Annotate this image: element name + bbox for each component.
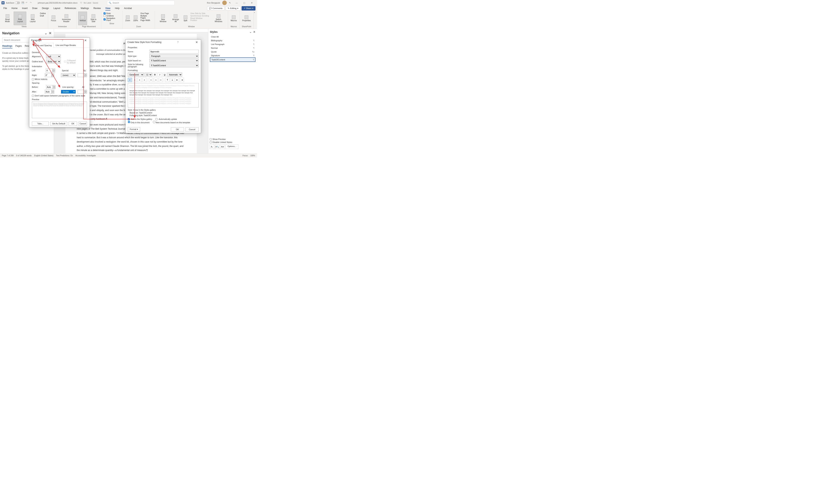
draft-button[interactable]: Draft [40, 15, 46, 17]
tab-references[interactable]: References [63, 6, 78, 10]
italic-button[interactable]: I [158, 73, 162, 77]
accessibility-status[interactable]: Accessibility: Investigate [75, 155, 96, 157]
page-status[interactable]: Page 7 of 289 [2, 155, 14, 157]
align-center-button[interactable]: ≡ [133, 78, 137, 82]
help-icon[interactable]: ? [62, 39, 63, 42]
print-layout-button[interactable]: Print Layout [14, 12, 26, 25]
format-dropdown-button[interactable]: Format ▾ [128, 127, 140, 131]
style-cancel-button[interactable]: Cancel [185, 127, 199, 131]
tab-layout[interactable]: Layout [52, 6, 62, 10]
style-quote[interactable]: Quote¶a [210, 50, 255, 54]
style-task03content[interactable]: Task03Content¶ [210, 57, 255, 62]
nav-pane-checkbox[interactable]: Navigation Pane [104, 17, 120, 21]
switch-windows-button[interactable]: Switch Windows [211, 12, 226, 25]
search-box[interactable]: 🔍 Search [107, 1, 175, 5]
share-button[interactable]: ↗ Share ▾ [242, 6, 255, 11]
tab-design[interactable]: Design [40, 6, 51, 10]
multiple-pages-button[interactable]: Multiple Pages [140, 15, 153, 19]
save-icon[interactable]: 💾 [22, 2, 24, 4]
new-style-button[interactable]: A₊ [210, 144, 214, 149]
side-to-side-button[interactable]: Side to Side [87, 12, 100, 25]
tab-mailings[interactable]: Mailings [79, 6, 91, 10]
tab-help[interactable]: Help [113, 6, 122, 10]
maximize-button[interactable]: ▢ [240, 0, 248, 6]
avatar[interactable] [222, 1, 227, 5]
focus-button[interactable]: Focus [50, 12, 57, 25]
color-select[interactable]: Automatic [167, 73, 182, 77]
redo-icon[interactable]: ↷ [30, 2, 32, 4]
immersive-reader-button[interactable]: Immersive Reader [58, 12, 75, 25]
one-page-button[interactable]: One Page [140, 12, 153, 14]
zoom-100-button[interactable]: 100% [132, 12, 139, 25]
dialog-close-icon[interactable]: ✕ [194, 41, 199, 44]
font-select[interactable]: Garamond [128, 73, 144, 77]
underline-button[interactable]: U [163, 73, 167, 77]
space-before-dec-button[interactable]: ⇣ [170, 78, 174, 82]
styles-close-icon[interactable]: ✕ [253, 30, 255, 33]
by-input[interactable]: ▲▼ [78, 73, 87, 77]
split-button[interactable]: Split [182, 12, 189, 25]
para-ok-button[interactable]: OK [69, 122, 77, 126]
special-select[interactable]: (none) [61, 73, 76, 77]
size-select[interactable]: 12 [145, 73, 152, 77]
para-cancel-button[interactable]: Cancel [79, 122, 87, 126]
indent-dec-button[interactable]: ⇤ [175, 78, 179, 82]
page-width-button[interactable]: Page Width [140, 19, 153, 21]
line-spacing-select[interactable]: Double [61, 90, 76, 94]
zoom-level[interactable]: 100% [250, 155, 255, 157]
nav-tab-pages[interactable]: Pages [15, 45, 22, 48]
tab-draw[interactable]: Draw [30, 6, 39, 10]
align-right-button[interactable]: ≡ [137, 78, 142, 82]
spacing-2-button[interactable]: ═ [159, 78, 163, 82]
outline-select[interactable]: Body Text [46, 60, 61, 63]
close-button[interactable]: ✕ [248, 0, 255, 6]
collapse-ribbon-icon[interactable]: ⌄ [254, 11, 257, 14]
help-icon[interactable]: ? [177, 41, 179, 44]
align-left-button[interactable]: ≡ [128, 78, 132, 82]
indent-left-input[interactable]: ▲▼ [46, 69, 55, 72]
spacing-after-input[interactable]: ▲▼ [45, 90, 54, 94]
style-ok-button[interactable]: OK [171, 127, 184, 131]
indent-right-input[interactable]: ▲▼ [45, 73, 54, 77]
tabs-button[interactable]: Tabs... [32, 122, 49, 126]
tab-view[interactable]: View [104, 6, 112, 10]
editing-button[interactable]: ✎ Editing ▾ [226, 6, 240, 11]
new-template-radio[interactable]: New documents based on this template [153, 121, 190, 124]
minimize-button[interactable]: — [233, 0, 240, 6]
tab-acrobat[interactable]: Acrobat [122, 6, 134, 10]
web-layout-button[interactable]: Web Layout [27, 12, 39, 25]
styles-options-button[interactable]: Options... [225, 144, 238, 149]
arrange-all-button[interactable]: Arrange All [170, 12, 181, 25]
properties-button[interactable]: Properties [241, 12, 252, 25]
tab-insert[interactable]: Insert [20, 6, 29, 10]
style-clear-all[interactable]: Clear All [210, 35, 255, 39]
manage-styles-button[interactable]: A⚙ [220, 144, 225, 149]
alignment-select[interactable]: Left [46, 55, 61, 58]
autosave-toggle[interactable]: AutoSave [6, 2, 20, 4]
ribbon-mode-icon[interactable]: ✎ [229, 2, 231, 4]
styles-dropdown-icon[interactable]: ⌄ [249, 30, 252, 33]
style-list-paragraph[interactable]: List Paragraph¶ [210, 42, 255, 46]
style-name-input[interactable] [149, 50, 199, 53]
ruler[interactable] [54, 29, 208, 32]
comments-button[interactable]: 💬 Comments [207, 6, 225, 11]
zoom-button[interactable]: Zoom [124, 12, 131, 25]
disable-linked-checkbox[interactable]: Disable Linked Styles [210, 141, 255, 143]
new-window-button[interactable]: New Window [156, 12, 170, 25]
outline-button[interactable]: Outline [40, 12, 46, 14]
style-inspector-button[interactable]: A🔍 [215, 144, 219, 149]
dialog-close-icon[interactable]: ✕ [83, 39, 88, 42]
style-following-select[interactable]: ¶ Task03Content [149, 64, 199, 67]
undo-icon[interactable]: ↶ [26, 2, 28, 4]
dont-add-space-checkbox[interactable]: Don't add space between paragraphs of th… [32, 95, 87, 97]
style-based-select[interactable]: ¶ Task03Content [149, 59, 199, 62]
style-signature[interactable]: Signature¶ [210, 54, 255, 57]
add-gallery-checkbox[interactable]: Add to the Styles gallery [128, 118, 152, 120]
tab-file[interactable]: File [2, 6, 9, 10]
read-mode-button[interactable]: Read Mode [2, 12, 13, 25]
macros-button[interactable]: Macros [230, 12, 238, 25]
set-default-button[interactable]: Set As Default [50, 122, 67, 126]
indent-inc-button[interactable]: ⇥ [180, 78, 184, 82]
style-bibliography[interactable]: Bibliography¶ [210, 39, 255, 42]
nav-dropdown-icon[interactable]: ⌄ [44, 31, 47, 35]
